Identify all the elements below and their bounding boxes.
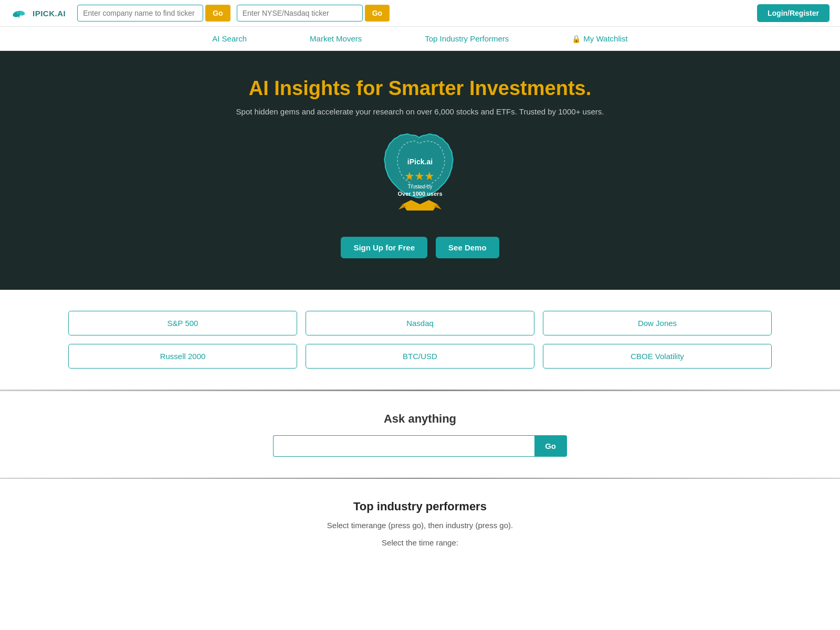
- hero-subtitle: Spot hidden gems and accelerate your res…: [10, 107, 830, 116]
- nav-item-top-industry[interactable]: Top Industry Performers: [425, 34, 509, 43]
- trust-badge: iPick.ai ★ ★ ★ Trusted by Over 1000 user…: [375, 132, 465, 221]
- ask-title: Ask anything: [10, 412, 830, 426]
- logo[interactable]: IPICK.AI: [10, 6, 66, 20]
- market-btn-russell[interactable]: Russell 2000: [68, 344, 297, 369]
- lock-icon: 🔒: [572, 35, 581, 43]
- nav-label-ai-search: AI Search: [212, 34, 247, 43]
- hero-section: AI Insights for Smarter Investments. Spo…: [0, 51, 840, 290]
- hero-title: AI Insights for Smarter Investments.: [10, 77, 830, 100]
- svg-text:★: ★: [414, 170, 425, 183]
- svg-text:Trusted by: Trusted by: [408, 184, 433, 190]
- market-btn-sp500[interactable]: S&P 500: [68, 311, 297, 335]
- ask-form: Go: [273, 435, 567, 457]
- signup-button[interactable]: Sign Up for Free: [341, 237, 427, 258]
- header: IPICK.AI Go Go Login/Register: [0, 0, 840, 27]
- hero-buttons: Sign Up for Free See Demo: [10, 237, 830, 258]
- ask-go-button[interactable]: Go: [534, 435, 567, 457]
- main-nav: AI Search Market Movers Top Industry Per…: [0, 27, 840, 51]
- company-search-go-button[interactable]: Go: [205, 5, 230, 22]
- market-btn-btcusd[interactable]: BTC/USD: [306, 344, 534, 369]
- industry-subtitle: Select timerange (press go), then indust…: [10, 521, 830, 530]
- industry-title: Top industry performers: [10, 500, 830, 513]
- demo-button[interactable]: See Demo: [436, 237, 499, 258]
- nav-label-market-movers: Market Movers: [310, 34, 362, 43]
- svg-text:Over 1000 users: Over 1000 users: [397, 191, 442, 197]
- company-search-input[interactable]: [77, 5, 203, 22]
- industry-section: Top industry performers Select timerange…: [0, 479, 840, 558]
- nav-label-top-industry: Top Industry Performers: [425, 34, 509, 43]
- ask-input[interactable]: [273, 435, 534, 457]
- market-section: S&P 500 Nasdaq Dow Jones Russell 2000 BT…: [0, 290, 840, 390]
- market-btn-cboe[interactable]: CBOE Volatility: [543, 344, 772, 369]
- market-btn-nasdaq[interactable]: Nasdaq: [306, 311, 534, 335]
- badge-container: iPick.ai ★ ★ ★ Trusted by Over 1000 user…: [10, 132, 830, 221]
- ticker-search-group: Go: [237, 5, 390, 22]
- svg-text:★: ★: [404, 170, 415, 183]
- ticker-search-input[interactable]: [237, 5, 363, 22]
- nav-item-watchlist[interactable]: 🔒 My Watchlist: [572, 34, 627, 43]
- timerange-label: Select the time range:: [10, 538, 830, 547]
- logo-icon: [10, 6, 29, 20]
- svg-text:★: ★: [424, 170, 435, 183]
- logo-text: IPICK.AI: [33, 9, 66, 18]
- market-btn-dowjones[interactable]: Dow Jones: [543, 311, 772, 335]
- login-register-button[interactable]: Login/Register: [757, 4, 830, 22]
- nav-item-ai-search[interactable]: AI Search: [212, 34, 247, 43]
- nav-item-market-movers[interactable]: Market Movers: [310, 34, 362, 43]
- svg-text:iPick.ai: iPick.ai: [407, 158, 433, 166]
- ticker-search-go-button[interactable]: Go: [365, 5, 390, 22]
- nav-label-watchlist: My Watchlist: [583, 34, 627, 43]
- company-search-group: Go: [77, 5, 230, 22]
- market-grid: S&P 500 Nasdaq Dow Jones Russell 2000 BT…: [68, 311, 772, 369]
- ask-section: Ask anything Go: [0, 391, 840, 478]
